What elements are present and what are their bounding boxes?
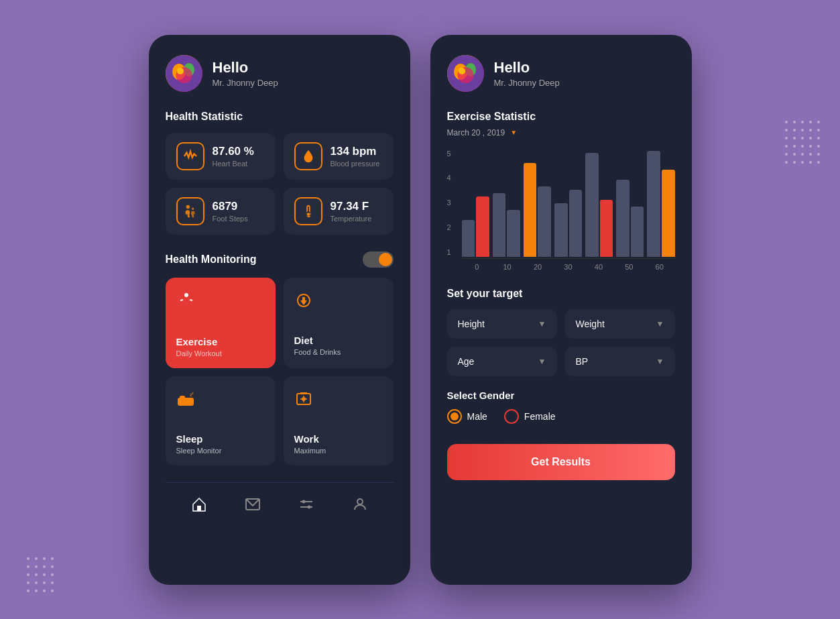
header-right: Hello Mr. Jhonny Deep (447, 55, 675, 92)
header-left: Hello Mr. Jhonny Deep (166, 55, 394, 92)
age-chevron-icon: ▼ (538, 357, 546, 366)
set-target-title: Set your target (447, 288, 675, 300)
nav-settings[interactable] (292, 493, 321, 520)
monitoring-title: Health Monitoring (166, 254, 257, 266)
bar-g2-1 (493, 193, 506, 257)
phones-container: Hello Mr. Jhonny Deep Health Statistic 8… (149, 35, 692, 585)
username-right: Mr. Jhonny Deep (494, 78, 560, 88)
monitor-card-diet[interactable]: Diet Food & Drinks (284, 278, 394, 368)
bp-dropdown[interactable]: BP ▼ (565, 347, 675, 376)
bar-g5-1 (585, 153, 599, 257)
exercise-icon (176, 291, 265, 316)
bar-g1-2 (476, 196, 489, 257)
bar-g7-2 (662, 170, 675, 257)
decorative-dots-right (785, 121, 820, 164)
svg-text:z: z (192, 391, 194, 395)
select-gender-title: Select Gender (447, 390, 675, 401)
chart-date: March 20 , 2019 ▼ (447, 128, 675, 137)
bar-g2-2 (507, 210, 520, 257)
chart-date-arrow: ▼ (510, 129, 517, 136)
set-target-section: Set your target Height ▼ Weight ▼ Age ▼ … (447, 288, 675, 376)
blood-icon-box (294, 142, 322, 170)
bar-group-5 (585, 153, 613, 257)
select-gender-section: Select Gender Male Female (447, 390, 675, 424)
bottom-nav (166, 482, 394, 523)
health-monitoring-section: Health Monitoring Exercise Da (166, 251, 394, 465)
work-icon (294, 390, 383, 413)
bar-g4-1 (554, 203, 568, 257)
avatar-right (447, 55, 484, 92)
bar-g3-2 (538, 186, 551, 257)
height-dropdown[interactable]: Height ▼ (447, 309, 557, 339)
exercise-sub: Daily Workout (176, 349, 265, 357)
nav-mail[interactable] (238, 493, 267, 520)
svg-rect-10 (180, 396, 185, 399)
blood-value: 134 bpm (331, 145, 380, 158)
svg-line-8 (190, 300, 192, 300)
bar-g3-1 (524, 163, 537, 257)
monitor-card-exercise[interactable]: Exercise Daily Workout (166, 278, 276, 368)
height-chevron-icon: ▼ (538, 319, 546, 329)
diet-title: Diet (294, 335, 383, 346)
header-text-left: Hello Mr. Jhonny Deep (213, 59, 278, 88)
height-label: Height (458, 319, 485, 329)
bar-g5-2 (600, 200, 613, 257)
svg-point-19 (302, 500, 305, 503)
exercise-statistic-section: Exercise Statistic March 20 , 2019 ▼ 1 2… (447, 111, 675, 271)
stat-card-blood: 134 bpm Blood pressure (284, 133, 394, 180)
bar-group-1 (462, 196, 489, 257)
svg-point-14 (302, 397, 306, 401)
bar-group-3 (524, 163, 551, 257)
age-dropdown[interactable]: Age ▼ (447, 347, 557, 376)
weight-dropdown[interactable]: Weight ▼ (565, 309, 675, 339)
sleep-title: Sleep (176, 433, 265, 445)
exercise-statistic-title: Exercise Statistic (447, 111, 675, 123)
y-axis: 1 2 3 4 5 (447, 148, 451, 258)
health-statistic-section: Health Statistic 87.60 % Heart Beat (166, 111, 394, 235)
work-title: Work (294, 433, 383, 445)
greeting-right: Hello (494, 59, 560, 76)
bp-chevron-icon: ▼ (656, 357, 664, 366)
target-grid-row1: Height ▼ Weight ▼ (447, 309, 675, 339)
gender-female-option[interactable]: Female (504, 409, 556, 424)
monitor-card-work[interactable]: Work Maximum (284, 376, 394, 465)
svg-point-5 (306, 213, 310, 216)
decorative-dots-left (27, 557, 54, 592)
steps-icon-box (176, 197, 204, 225)
monitoring-header: Health Monitoring (166, 251, 394, 268)
x-axis: 0 10 20 30 40 50 60 (462, 263, 675, 271)
header-text-right: Hello Mr. Jhonny Deep (494, 59, 560, 88)
get-results-button[interactable]: Get Results (447, 444, 675, 480)
monitoring-toggle[interactable] (363, 251, 394, 268)
steps-label: Foot Steps (213, 215, 248, 223)
chart-date-label: March 20 , 2019 (447, 128, 505, 137)
nav-home[interactable] (184, 493, 214, 520)
female-label: Female (524, 411, 556, 422)
monitor-card-sleep[interactable]: z z Sleep Sleep Monitor (166, 376, 276, 465)
svg-point-20 (307, 505, 310, 508)
health-statistic-title: Health Statistic (166, 111, 394, 123)
svg-point-21 (357, 499, 363, 504)
bars-container (462, 148, 675, 259)
bar-group-4 (554, 190, 582, 257)
target-grid-row2: Age ▼ BP ▼ (447, 347, 675, 376)
monitoring-grid: Exercise Daily Workout Diet Food & Drink… (166, 278, 394, 465)
stat-card-temp: 97.34 F Temperature (284, 188, 394, 235)
heart-value: 87.60 % (213, 145, 254, 158)
male-label: Male (467, 411, 487, 422)
heart-icon-box (176, 142, 204, 170)
greeting-left: Hello (213, 59, 278, 76)
gender-options: Male Female (447, 409, 675, 424)
gender-male-option[interactable]: Male (447, 409, 487, 424)
sleep-sub: Sleep Monitor (176, 447, 265, 455)
svg-rect-15 (197, 506, 201, 511)
work-sub: Maximum (294, 447, 383, 455)
nav-profile[interactable] (345, 493, 375, 520)
female-radio[interactable] (504, 409, 519, 424)
bar-group-7 (647, 151, 674, 257)
temp-icon-box (294, 197, 322, 225)
exercise-title: Exercise (176, 336, 265, 347)
svg-point-4 (177, 68, 184, 74)
male-radio[interactable] (447, 409, 462, 424)
bar-g6-2 (631, 207, 644, 257)
